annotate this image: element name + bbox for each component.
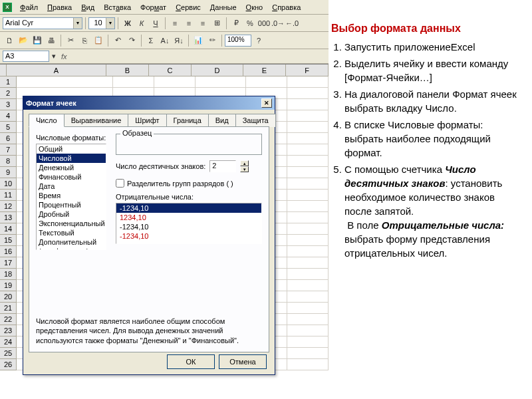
spinner-up-button[interactable]: ▲ (240, 160, 249, 166)
merge-button[interactable]: ⊞ (210, 17, 223, 30)
paste-button[interactable]: 📋 (92, 34, 105, 47)
row-header[interactable]: 21 (0, 303, 17, 314)
cell[interactable] (287, 269, 329, 280)
neg-option[interactable]: -1234,10 (116, 203, 261, 213)
row-header[interactable]: 16 (0, 246, 17, 257)
menu-data[interactable]: Данные (206, 2, 241, 13)
tab-pattern[interactable]: Вид (208, 114, 236, 127)
new-button[interactable]: 🗋 (3, 34, 16, 47)
zoom-select[interactable]: 100% (225, 35, 251, 47)
comma-button[interactable]: 000 (257, 17, 271, 30)
close-button[interactable]: ✕ (261, 98, 272, 108)
row-header[interactable]: 9 (0, 167, 17, 178)
column-header[interactable]: A (7, 65, 106, 76)
tab-protection[interactable]: Защита (235, 114, 276, 127)
cell[interactable] (287, 291, 329, 303)
chart-button[interactable]: 📊 (192, 34, 205, 47)
menu-format[interactable]: Формат (136, 2, 170, 13)
row-header[interactable]: 12 (0, 201, 17, 212)
row-header[interactable]: 20 (0, 291, 17, 303)
cell[interactable] (287, 212, 329, 223)
spinner-down-button[interactable]: ▼ (240, 166, 249, 172)
drawing-button[interactable]: ✏ (205, 34, 219, 47)
neg-option[interactable]: -1234,10 (116, 231, 261, 241)
format-list-item[interactable]: Процентный (37, 200, 106, 209)
tab-alignment[interactable]: Выравнивание (64, 114, 129, 127)
cancel-button[interactable]: Отмена (219, 354, 267, 369)
column-header[interactable]: B (106, 65, 149, 76)
cell[interactable] (287, 280, 329, 291)
thousands-separator-checkbox[interactable] (116, 179, 124, 188)
autosum-button[interactable]: Σ (144, 34, 158, 47)
row-header[interactable]: 13 (0, 212, 17, 223)
cell[interactable] (287, 314, 329, 325)
row-header[interactable]: 2 (0, 88, 17, 99)
cell[interactable] (287, 246, 329, 257)
column-header[interactable]: C (149, 65, 192, 76)
tab-font[interactable]: Шрифт (128, 114, 166, 127)
print-button[interactable]: 🖶 (45, 34, 58, 47)
cell[interactable] (196, 76, 246, 88)
row-header[interactable]: 5 (0, 122, 17, 133)
align-center-button[interactable]: ≡ (182, 17, 196, 30)
column-header[interactable]: D (192, 65, 243, 76)
row-header[interactable]: 8 (0, 156, 17, 167)
cell[interactable] (287, 201, 329, 212)
row-header[interactable]: 23 (0, 325, 17, 336)
cell[interactable] (287, 156, 329, 167)
sort-desc-button[interactable]: Я↓ (172, 34, 186, 47)
cell[interactable] (287, 359, 329, 370)
row-header[interactable]: 3 (0, 99, 17, 110)
bold-button[interactable]: Ж (121, 17, 134, 30)
row-header[interactable]: 19 (0, 280, 17, 291)
row-header[interactable]: 24 (0, 336, 17, 348)
number-formats-list[interactable]: ОбщийЧисловойДенежныйФинансовыйДатаВремя… (36, 144, 106, 250)
menu-tools[interactable]: Сервис (172, 2, 205, 13)
select-all-corner[interactable] (0, 65, 7, 76)
underline-button[interactable]: Ч (149, 17, 162, 30)
cell[interactable] (113, 76, 154, 88)
format-list-item[interactable]: Время (37, 191, 106, 200)
undo-button[interactable]: ↶ (111, 34, 124, 47)
format-list-item[interactable]: Текстовый (37, 228, 106, 237)
decrease-decimal-button[interactable]: ←.0 (285, 17, 299, 30)
increase-decimal-button[interactable]: .0→ (271, 17, 285, 30)
italic-button[interactable]: К (135, 17, 148, 30)
cell[interactable] (287, 190, 329, 201)
cut-button[interactable]: ✂ (64, 34, 77, 47)
cell[interactable] (287, 110, 329, 122)
format-list-item[interactable]: Дополнительный (37, 237, 106, 247)
align-right-button[interactable]: ≡ (196, 17, 209, 30)
row-header[interactable]: 26 (0, 359, 17, 370)
cell[interactable] (287, 303, 329, 314)
cell[interactable] (17, 76, 113, 88)
cell[interactable] (287, 99, 329, 110)
cell-reference-box[interactable]: A3 (3, 51, 49, 62)
percent-button[interactable]: % (243, 17, 257, 30)
format-list-item[interactable]: Экспоненциальный (37, 219, 106, 228)
row-header[interactable]: 25 (0, 348, 17, 359)
menu-edit[interactable]: Правка (43, 2, 76, 13)
cell[interactable] (287, 325, 329, 336)
neg-option[interactable]: 1234,10 (116, 213, 261, 222)
format-list-item[interactable]: Дробный (37, 209, 106, 219)
column-header[interactable]: F (286, 65, 329, 76)
row-header[interactable]: 10 (0, 178, 17, 190)
menu-window[interactable]: Окно (242, 2, 267, 13)
font-select[interactable]: Arial Cyr ▼ (3, 17, 82, 29)
row-header[interactable]: 22 (0, 314, 17, 325)
column-header[interactable]: E (243, 65, 286, 76)
cell[interactable] (246, 76, 287, 88)
neg-option[interactable]: -1234,10 (116, 222, 261, 231)
ok-button[interactable]: ОК (167, 354, 215, 369)
save-button[interactable]: 💾 (31, 34, 44, 47)
cell[interactable] (287, 336, 329, 348)
align-left-button[interactable]: ≡ (168, 17, 182, 30)
cell[interactable] (287, 257, 329, 269)
row-header[interactable]: 1 (0, 76, 17, 88)
currency-button[interactable]: ₽ (229, 17, 243, 30)
row-header[interactable]: 4 (0, 110, 17, 122)
row-header[interactable]: 11 (0, 190, 17, 201)
cell[interactable] (287, 348, 329, 359)
format-list-item[interactable]: Финансовый (37, 172, 106, 182)
